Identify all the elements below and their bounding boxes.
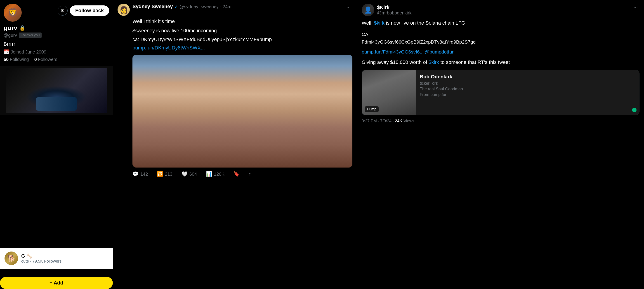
tweet-ca: ca: DKmyUDy8tWhSWXFtduBddULyepuSjYczkurY… [132, 36, 352, 43]
ca-label: CA: [362, 30, 640, 38]
share-button[interactable]: ↑ [249, 171, 251, 177]
tweet-header: 👩 Sydney Sweeney ✓ @sydney_sweeney · 24m… [118, 3, 352, 16]
retweet-button[interactable]: 🔁 213 [157, 171, 172, 177]
following-stat[interactable]: 50 Following [4, 57, 29, 62]
tweet-name: Sydney Sweeney [132, 3, 173, 9]
follow-back-button[interactable]: Follow back [70, 5, 109, 16]
sydney-photo [132, 55, 352, 168]
profile-name-row: gurv 🔒 [4, 24, 109, 32]
retweet-count: 213 [165, 172, 172, 177]
banner-image [0, 66, 113, 115]
mail-button[interactable]: ✉ [58, 6, 68, 15]
preview-card[interactable]: Pump Bob Odenkirk ticker: kirk The real … [362, 70, 640, 115]
avatar: 🦁 [4, 3, 22, 22]
like-icon: 🤍 [182, 171, 188, 177]
right-avatar-image: 👤 [362, 3, 374, 16]
reply-icon: 💬 [132, 171, 138, 177]
suggestion-name-row: G 🦴 [21, 253, 108, 259]
kirk-link[interactable]: $kirk [374, 20, 384, 26]
left-panel: 🦁 ✉ Follow back gurv 🔒 @gurv Follows you… [0, 0, 113, 289]
views-icon: 📊 [206, 171, 212, 177]
tweet-actions: 💬 142 🔁 213 🤍 604 📊 126K 🔖 ↑ [132, 171, 352, 177]
giveaway-kirk-link[interactable]: $kirk [428, 59, 439, 65]
right-tweet-header: 👤 $Kirk @mrbobodenkirk ··· [362, 3, 640, 16]
retweet-icon: 🔁 [157, 171, 163, 177]
profile-stats: 50 Following 0 Followers [4, 57, 109, 62]
following-label: Following [10, 57, 29, 62]
followers-label: Followers [38, 57, 58, 62]
mail-icon: ✉ [61, 8, 64, 13]
preview-source: From pump.fun [420, 92, 636, 97]
tweet-title: Well I think it's time [132, 18, 352, 25]
preview-desc: The real Saul Goodman [420, 87, 636, 91]
following-count: 50 [4, 57, 8, 62]
follows-you-badge: Follows you [19, 32, 41, 38]
like-button[interactable]: 🤍 604 [182, 171, 197, 177]
right-handle: @mrbobodenkirk [377, 10, 412, 15]
profile-bio: Brrrrr [4, 41, 109, 47]
green-dot-icon [632, 108, 636, 112]
profile-actions: ✉ Follow back [58, 5, 109, 16]
views-label: Views [402, 119, 414, 123]
right-links: pump.fun/Fdmi43yGG6svf6... @pumpdotfun [362, 49, 640, 55]
pump-link[interactable]: pump.fun/Fdmi43yGG6svf6... [362, 49, 424, 54]
add-button[interactable]: + Add [0, 277, 113, 289]
right-name: $Kirk [377, 4, 412, 10]
tweet-timestamp: 3:27 PM · 7/9/24 · 24K Views [362, 119, 640, 123]
right-ca-block: CA: Fdmi43yGG6svf66CxGpB9iZ2xpDTv8atYrq9… [362, 30, 640, 46]
tweet-image [132, 55, 352, 168]
avatar-image: 🦁 [4, 3, 22, 22]
reply-button[interactable]: 💬 142 [132, 171, 148, 177]
preview-title: Bob Odenkirk [420, 74, 636, 80]
suggestion-info: G 🦴 cute · 79.5K Followers [21, 253, 108, 264]
pumpdotfun-link[interactable]: @pumpdotfun [425, 49, 454, 54]
body-rest-text: is now live on the Solana chain LFG [384, 20, 465, 26]
reply-count: 142 [140, 172, 148, 177]
preview-ticker: ticker: kirk [420, 81, 636, 86]
body-intro-text: Well, [362, 20, 374, 26]
ca-value: Fdmi43yGG6svf66CxGpB9iZ2xpDTv8atYrq9Bp2S… [362, 38, 640, 46]
tweet-body: $sweeney is now live 100mc incoming [132, 27, 352, 34]
suggestion-emoji-icon: 🦴 [27, 253, 32, 259]
preview-image: Pump [362, 70, 416, 115]
tweet-time: 24m [223, 4, 232, 9]
right-more-button[interactable]: ··· [632, 3, 640, 11]
tweet-card: 👩 Sydney Sweeney ✓ @sydney_sweeney · 24m… [113, 0, 357, 181]
tweet-link[interactable]: pump.fun/DKmyUDy8tWhSWX... [132, 45, 205, 50]
profile-name: gurv [4, 24, 18, 32]
tweet-name-row: Sydney Sweeney ✓ @sydney_sweeney · 24m [132, 3, 342, 9]
suggestion-meta: cute · 79.5K Followers [21, 259, 108, 264]
tweet-dot: · [220, 4, 221, 9]
suggestion-avatar: 🐕 [4, 252, 18, 265]
right-giveaway: Giving away $10,000 worth of $kirk to so… [362, 58, 640, 66]
suggestion-card: 🐕 G 🦴 cute · 79.5K Followers [0, 248, 113, 269]
suggestion-avatar-image: 🐕 [4, 252, 18, 265]
right-avatar: 👤 [362, 3, 374, 16]
preview-content: Bob Odenkirk ticker: kirk The real Saul … [416, 70, 639, 115]
suggestion-name: G [21, 253, 25, 259]
lock-icon: 🔒 [19, 25, 25, 31]
followers-stat[interactable]: 0 Followers [34, 57, 58, 62]
middle-panel: 👩 Sydney Sweeney ✓ @sydney_sweeney · 24m… [113, 0, 357, 289]
followers-count: 0 [34, 57, 37, 62]
timestamp-text: 3:27 PM · 7/9/24 · [362, 119, 395, 123]
giveaway-intro: Giving away $10,000 worth of [362, 59, 428, 65]
sydney-avatar-image: 👩 [120, 6, 128, 14]
tweet-handle: @sydney_sweeney [180, 4, 219, 9]
right-user-info: $Kirk @mrbobodenkirk [377, 4, 412, 15]
handle-text: @gurv [4, 33, 17, 38]
profile-top-row: 🦁 ✉ Follow back [4, 3, 109, 22]
tweet-more-button[interactable]: ··· [345, 3, 352, 11]
tweet-user-info: Sydney Sweeney ✓ @sydney_sweeney · 24m [132, 3, 342, 9]
views-count: 24K [395, 119, 402, 123]
tweet-avatar: 👩 [118, 3, 130, 16]
joined-text: Joined June 2009 [10, 49, 46, 55]
views-button[interactable]: 📊 126K [206, 171, 224, 177]
profile-handle-row: @gurv Follows you [4, 32, 109, 38]
right-user-row: 👤 $Kirk @mrbobodenkirk [362, 3, 412, 16]
bookmark-button[interactable]: 🔖 [234, 171, 240, 177]
suggestion-meta-label: cute [21, 259, 29, 264]
tweet-content: Well I think it's time $sweeney is now l… [132, 18, 352, 51]
right-panel: 👤 $Kirk @mrbobodenkirk ··· Well, $kirk i… [357, 0, 644, 289]
pump-badge: Pump [364, 106, 378, 112]
